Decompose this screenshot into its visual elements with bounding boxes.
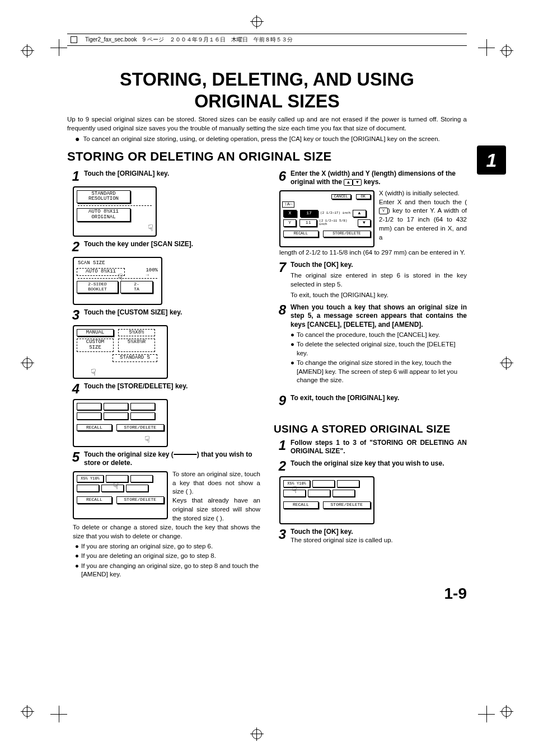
lcd-empty-slot — [130, 412, 155, 420]
hand-pointer-icon: ☟ — [292, 486, 297, 496]
step-6-side-text: X (width) is initially selected. Enter X… — [379, 189, 467, 248]
figure-lcd-5: X5½ Y10½ RECALL STORE/DELETE ☟ — [73, 471, 168, 522]
book-icon — [71, 36, 77, 43]
bullet-item: ●To delete the selected original size, t… — [291, 340, 467, 358]
step-number: 2 — [67, 240, 79, 253]
figure-lcd-3: MANUAL 5½X8½ CUSTOM SIZE 5½X8½R STANDARD… — [73, 325, 168, 379]
lcd-recall-btn: RECALL — [77, 424, 112, 431]
step-number: 6 — [274, 170, 286, 183]
figure-lcd-7: X5½ Y10½ RECALL STORE/DELETE ☟ — [279, 476, 374, 524]
lcd-x-range: (2 1/2~17) inch — [320, 212, 350, 215]
page-title: STORING, DELETING, AND USING ORIGINAL SI… — [77, 68, 457, 112]
step-number: 9 — [274, 394, 286, 407]
lcd-cancel-btn: CANCEL — [331, 194, 351, 200]
intro-bullet-text: To cancel an original size storing, usin… — [83, 135, 439, 144]
chapter-tab: 1 — [477, 145, 506, 175]
cropmark-icon — [478, 706, 495, 722]
lcd-y-btn: Y — [283, 219, 296, 227]
lcd-x-value: 17 — [300, 210, 318, 217]
using-step-2: 2 Touch the original size key that you w… — [274, 459, 467, 473]
step-title: Touch the original size key that you wis… — [291, 459, 444, 467]
step-number: 3 — [67, 308, 79, 322]
figure-lcd-6: CANCEL OK ↕A↔ X 17 (2 1/2~17) inch ▲ — [279, 190, 374, 247]
lcd-empty-slot — [126, 485, 148, 492]
lcd-empty-slot — [77, 403, 101, 410]
bullet-dot-icon: ● — [75, 135, 79, 144]
step-title: Touch the key under [SCAN SIZE]. — [84, 240, 193, 248]
reg-mark-icon — [22, 46, 32, 56]
step-5: 5 Touch the original size key ( ) that y… — [67, 450, 260, 468]
lcd-size-opt: 5½X8½R — [118, 339, 155, 352]
hand-pointer-icon: ☟ — [148, 224, 153, 234]
intro-bullet: ● To cancel an original size storing, us… — [75, 135, 467, 144]
figure-lcd-1: STANDARDRESOLUTION AUTO 8½X11ORIGINAL ☟ — [73, 186, 157, 237]
reg-mark-icon — [502, 46, 512, 56]
lcd-size-opt: 5½X8½ — [118, 329, 155, 337]
lcd-empty-slot — [77, 412, 101, 420]
lcd-empty-slot — [106, 475, 128, 482]
step-number: 1 — [67, 170, 79, 183]
y-key-icon: Y — [379, 208, 388, 214]
bullet-item: ●To change the original size stored in t… — [291, 359, 467, 385]
step-8: 8 When you touch a key that shows an ori… — [274, 303, 467, 386]
step-4: 4 Touch the [STORE/DELETE] key. — [67, 382, 260, 396]
lcd-store-delete-btn: STORE/DELETE — [116, 424, 164, 431]
lcd-recall-btn: RECALL — [283, 231, 318, 237]
lcd-2sided-booklet: 2-SIDED BOOKLET — [77, 281, 118, 293]
lcd-percentage: 100%→ — [146, 268, 158, 279]
lcd-store-delete-btn: STORE/DELETE — [323, 231, 371, 237]
header-strip-text: Tiger2_fax_sec.book 9 ページ ２００４年９月１６日 木曜日… — [85, 36, 293, 44]
step-body-text: The original size entered in step 6 is s… — [291, 271, 467, 289]
section-title-using: USING A STORED ORIGINAL SIZE — [274, 423, 467, 435]
right-column: 6 Enter the X (width) and Y (length) dim… — [274, 166, 467, 580]
figure-lcd-2: SCAN SIZE AUTO 8½X11 100%→ 2-SIDED BOOKL… — [73, 257, 162, 305]
lcd-empty-slot — [101, 485, 124, 492]
step-number: 8 — [274, 303, 286, 317]
lcd-empty-slot — [312, 480, 335, 487]
lcd-recall-btn: RECALL — [77, 496, 112, 504]
step-3: 3 Touch the [CUSTOM SIZE] key. — [67, 308, 260, 322]
step-2: 2 Touch the key under [SCAN SIZE]. — [67, 240, 260, 253]
step-number: 5 — [67, 450, 79, 464]
lcd-ok-btn: OK — [356, 194, 371, 200]
down-arrow-icon: ▼ — [358, 219, 371, 227]
intro-paragraph: Up to 9 special original sizes can be st… — [67, 115, 467, 133]
left-column: 1 Touch the [ORIGINAL] key. STANDARDRESO… — [67, 166, 260, 580]
lcd-2sided-tablet: 2-TA — [120, 281, 153, 293]
hand-pointer-icon: ☟ — [118, 274, 123, 284]
step-title: Touch the [ORIGINAL] key. — [84, 170, 169, 177]
lcd-empty-slot — [104, 412, 128, 420]
cropmark-icon — [478, 39, 495, 56]
cropmark-icon — [50, 39, 67, 56]
down-arrow-icon: ▼ — [353, 179, 362, 186]
lcd-empty-slot — [130, 403, 155, 410]
two-column-layout: 1 Touch the [ORIGINAL] key. STANDARDRESO… — [67, 166, 467, 580]
hand-pointer-icon: ☟ — [113, 482, 119, 492]
step-number: 1 — [274, 439, 286, 452]
lcd-y-range: (2 1/2~11 5/8) inch — [319, 219, 355, 227]
page-number: 1-9 — [444, 585, 467, 603]
lcd-standard-btn: STANDARDRESOLUTION — [77, 190, 130, 204]
lcd-empty-slot — [337, 480, 359, 487]
lcd-empty-slot — [104, 403, 128, 410]
step-title: To exit, touch the [ORIGINAL] key. — [291, 394, 399, 402]
hand-pointer-icon: ☟ — [144, 436, 150, 446]
step-number: 3 — [274, 528, 286, 541]
lcd-recall-btn: RECALL — [283, 501, 318, 509]
page-header-strip: Tiger2_fax_sec.book 9 ページ ２００４年９月１６日 木曜日… — [67, 34, 467, 46]
bullet-item: ●If you are deleting an original size, g… — [75, 552, 260, 561]
step-title: Touch the original size key ( ) that you… — [84, 450, 252, 467]
step-9: 9 To exit, touch the [ORIGINAL] key. — [274, 394, 467, 407]
step-5-below-text: To delete or change a stored size, touch… — [73, 523, 260, 541]
reg-mark-icon — [252, 17, 262, 27]
hand-pointer-icon: ☟ — [91, 369, 96, 379]
step-title: Touch the [OK] key. — [291, 261, 353, 269]
up-arrow-icon: ▲ — [353, 210, 366, 217]
bullet-item: ●To cancel the procedure, touch the [CAN… — [291, 331, 467, 340]
step-title: Enter the X (width) and Y (length) dimen… — [291, 170, 456, 186]
lcd-store-delete-btn: STORE/DELETE — [323, 501, 371, 509]
bullet-item: ●If you are storing an original size, go… — [75, 542, 260, 551]
reg-mark-icon — [502, 358, 512, 368]
step-body-text: Keys that already have an original size … — [172, 497, 260, 522]
using-step-1: 1 Follow steps 1 to 3 of "STORING OR DEL… — [274, 439, 467, 456]
